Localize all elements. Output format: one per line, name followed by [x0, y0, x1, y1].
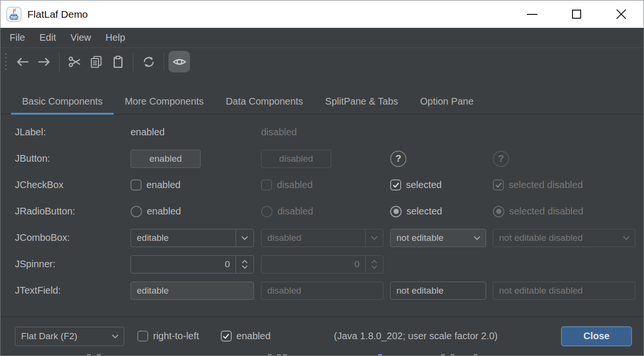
cut-button[interactable]: [64, 51, 85, 72]
combobox-disabled: disabled: [261, 229, 383, 247]
tab-more-components[interactable]: More Components: [114, 89, 215, 114]
back-button[interactable]: [12, 51, 33, 72]
jbutton-enabled[interactable]: enabled: [131, 150, 201, 168]
close-button[interactable]: Close: [561, 326, 632, 346]
textfield-value: editable: [131, 285, 253, 296]
refresh-button[interactable]: [138, 51, 159, 72]
bottom-bar: Flat Dark (F2) right-to-left enabled (Ja…: [0, 316, 644, 355]
checkbox-selected-disabled: selected disabled: [493, 179, 635, 190]
chevron-up-icon[interactable]: [241, 260, 248, 264]
minimize-icon: [527, 14, 537, 15]
copy-icon: [89, 55, 104, 69]
checkbox-label: selected: [406, 179, 442, 190]
jlabel-row-label: JLabel:: [15, 127, 131, 138]
show-eye-icon: [172, 54, 187, 70]
combobox-editable[interactable]: editable: [131, 229, 254, 247]
menu-edit[interactable]: Edit: [32, 28, 63, 47]
lookandfeel-value: Flat Dark (F2): [15, 331, 106, 342]
textfield-not-editable[interactable]: not editable: [390, 282, 486, 300]
combobox-not-editable[interactable]: not editable: [390, 229, 486, 247]
tab-option-pane[interactable]: Option Pane: [409, 89, 485, 114]
menu-bar: File Edit View Help: [0, 28, 644, 48]
tab-bar: Basic Components More Components Data Co…: [0, 89, 644, 115]
radio-icon: [131, 206, 142, 217]
radio-selected-icon: [390, 206, 402, 217]
forward-button[interactable]: [33, 51, 55, 72]
radio-selected[interactable]: selected: [390, 206, 486, 217]
combobox-value: disabled: [262, 233, 365, 243]
refresh-icon: [142, 55, 156, 69]
title-bar: FlatLaf Demo: [0, 0, 644, 28]
basic-components-panel: JLabel: enabled disabled JButton: enable…: [0, 115, 644, 316]
tab-data-components[interactable]: Data Components: [215, 89, 314, 114]
checkbox-enabled[interactable]: enabled: [131, 179, 254, 190]
enabled-label: enabled: [237, 331, 271, 342]
minimize-button[interactable]: [510, 0, 554, 28]
combobox-not-editable-disabled: not editable disabled: [493, 229, 635, 247]
paste-icon: [111, 55, 125, 69]
right-to-left-label: right-to-left: [153, 331, 199, 342]
menu-help[interactable]: Help: [98, 28, 132, 47]
menu-view[interactable]: View: [63, 28, 98, 47]
textfield-not-editable-disabled: not editable disabled: [493, 282, 635, 300]
bottom-edge-artifacts: [0, 354, 644, 356]
radio-selected-disabled: selected disabled: [493, 206, 635, 217]
tab-splitpane-tabs[interactable]: SplitPane & Tabs: [314, 89, 409, 114]
radio-label: selected disabled: [509, 206, 584, 217]
copy-button[interactable]: [85, 51, 107, 72]
help-button-disabled: ?: [493, 151, 509, 167]
spinner-disabled: 0: [261, 255, 383, 273]
checkbox-icon: [131, 179, 142, 190]
jcombobox-row-label: JComboBox:: [15, 232, 131, 243]
radio-disabled: disabled: [261, 206, 383, 217]
spinner-enabled[interactable]: 0: [131, 255, 254, 273]
checkbox-label: enabled: [146, 179, 180, 190]
window-controls: [510, 0, 644, 28]
tab-basic-components[interactable]: Basic Components: [11, 89, 114, 114]
enabled-checkbox[interactable]: enabled: [221, 331, 271, 342]
cut-icon: [68, 55, 82, 69]
jspinner-row: JSpinner: 0 0: [15, 251, 644, 277]
chevron-down-icon: [370, 236, 378, 240]
checkbox-disabled: disabled: [261, 179, 383, 190]
chevron-down-icon: [622, 236, 630, 240]
combobox-value: editable: [131, 233, 236, 243]
arrow-right-icon: [37, 55, 51, 69]
menu-file[interactable]: File: [2, 28, 32, 47]
lookandfeel-combobox[interactable]: Flat Dark (F2): [15, 327, 124, 346]
spinner-value: 0: [131, 259, 236, 270]
jcheckbox-row: JCheckBox enabled disabled selected sele…: [15, 172, 644, 198]
checkbox-label: disabled: [277, 179, 313, 190]
jradiobutton-row: JRadioButton: enabled disabled selected …: [15, 198, 644, 225]
toolbar-grip-handle[interactable]: [5, 53, 7, 70]
jcheckbox-row-label: JCheckBox: [15, 179, 131, 190]
textfield-editable[interactable]: editable: [131, 282, 254, 300]
jlabel-enabled: enabled: [131, 127, 254, 138]
checkbox-checked-icon: [221, 331, 232, 342]
radio-label: disabled: [277, 206, 313, 217]
checkbox-icon: [261, 179, 272, 190]
question-mark-icon: ?: [395, 153, 401, 164]
jbutton-disabled: disabled: [261, 150, 331, 168]
question-mark-icon: ?: [498, 153, 504, 164]
paste-button[interactable]: [107, 51, 129, 72]
chevron-down-icon: [473, 236, 481, 240]
jbutton-row: JButton: enabled disabled ? ?: [15, 145, 644, 172]
checkbox-icon: [137, 331, 148, 342]
show-toggle-button[interactable]: [168, 51, 190, 72]
toolbar-separator: [164, 53, 164, 71]
radio-label: enabled: [147, 206, 181, 217]
jspinner-row-label: JSpinner:: [15, 259, 131, 270]
maximize-button[interactable]: [554, 0, 599, 28]
right-to-left-checkbox[interactable]: right-to-left: [137, 331, 199, 342]
checkbox-selected[interactable]: selected: [390, 179, 486, 190]
close-window-button[interactable]: [599, 0, 644, 28]
help-button[interactable]: ?: [390, 151, 406, 167]
spinner-value: 0: [262, 259, 365, 270]
chevron-down-icon[interactable]: [241, 265, 248, 269]
jtextfield-row-label: JTextField:: [15, 285, 131, 296]
maximize-icon: [572, 10, 581, 19]
radio-icon: [261, 206, 273, 217]
radio-enabled[interactable]: enabled: [131, 206, 254, 217]
combobox-value: not editable: [391, 233, 468, 243]
